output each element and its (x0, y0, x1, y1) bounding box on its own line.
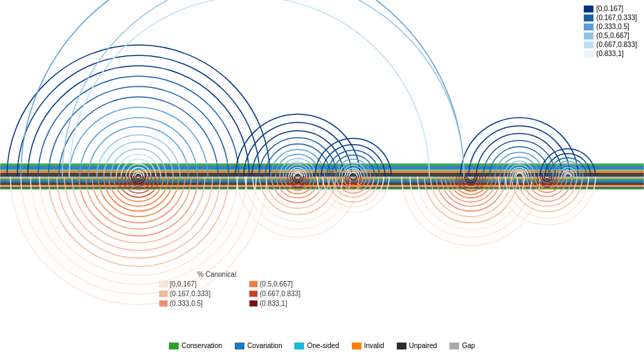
conservation-legend-item: [0,0.167] (584, 5, 637, 12)
conservation-legend-item: (0.833,1] (584, 50, 637, 57)
bottom-legend-item: One-sided (294, 342, 339, 349)
conservation-legend-item: (0.167,0.333] (584, 14, 637, 21)
conservation-legend: [0,0.167](0.167,0.333](0.333,0.5](0.5,0.… (584, 3, 637, 59)
conservation-legend-item: (0.333,0.5] (584, 23, 637, 30)
bottom-legend-item: Covariation (235, 342, 283, 349)
bottom-legend-item: Conservation (169, 342, 222, 349)
conservation-legend-item: (0.5,0.667] (584, 32, 637, 39)
conservation-legend-item: (0.667,0.833] (584, 41, 637, 48)
visualization-canvas (0, 0, 644, 355)
bottom-legend-item: Invalid (352, 342, 384, 349)
bottom-legend: ConservationCovariationOne-sidedInvalidU… (0, 342, 644, 349)
bottom-legend-item: Unpaired (397, 342, 438, 349)
bottom-legend-item: Gap (449, 342, 475, 349)
